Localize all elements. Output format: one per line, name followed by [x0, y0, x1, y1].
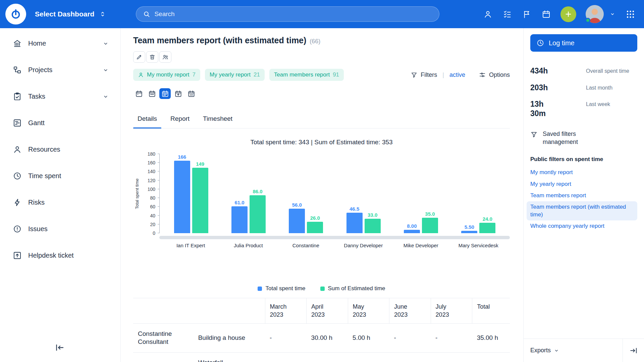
filter-chip-my-montly-report[interactable]: My montly report7	[133, 69, 200, 81]
public-filter-team-members-report-with-estimated-time[interactable]: Team members report (with estimated time…	[527, 201, 637, 220]
period-selector: 365	[133, 88, 510, 99]
calendar-day-icon	[135, 90, 143, 98]
tab-timesheet[interactable]: Timesheet	[199, 109, 237, 128]
y-axis-tick-mark	[158, 233, 160, 233]
edit-button[interactable]	[133, 51, 145, 63]
tab-details[interactable]: Details	[133, 109, 161, 128]
app-logo[interactable]	[5, 4, 26, 24]
sidebar-item-home[interactable]: Home	[0, 30, 120, 57]
app-root: Select Dashboard + HomeProjectsTasksGant…	[0, 0, 644, 362]
public-filter-whole-company-yearly-report[interactable]: Whole company yearly report	[527, 220, 608, 232]
main-content: Team members report (with estimated time…	[121, 28, 523, 362]
notifications-flag-button[interactable]	[522, 9, 532, 19]
sidebar-collapse-button[interactable]	[55, 342, 66, 354]
legend-item-sum-of-estimated-time[interactable]: Sum of Estimated time	[320, 285, 385, 292]
saved-filters-label: Saved filters management	[543, 130, 600, 146]
log-time-button[interactable]: Log time	[530, 34, 637, 52]
bar-group-mike-developer: 8.0035.0	[404, 154, 438, 233]
bar-constantine-total-spent-time[interactable]	[289, 209, 305, 233]
calendar-add-button[interactable]	[172, 88, 184, 99]
bar-wrap: 8.00	[404, 154, 420, 233]
options-button[interactable]: Options	[479, 71, 510, 79]
bar-julia-product-sum-of-estimated-time[interactable]	[250, 195, 266, 233]
sidebar-item-gantt[interactable]: Gantt	[0, 110, 120, 136]
profile-button[interactable]	[483, 9, 493, 19]
dashboard-selector[interactable]: Select Dashboard	[35, 10, 106, 18]
y-axis-tick-mark	[158, 206, 160, 207]
bar-chart: Total spent time 16614961.086.056.026.04…	[133, 154, 510, 248]
cell-user: Constantine Consultant	[133, 323, 194, 352]
y-axis-tick-mark	[158, 162, 160, 163]
right-panel-footer: Exports	[524, 339, 644, 362]
legend-item-total-spent-time[interactable]: Total spent time	[258, 285, 305, 292]
filter-chip-team-members-report[interactable]: Team members report91	[269, 69, 344, 81]
bar-group-ian-it-expert: 166149	[174, 154, 208, 233]
sidebar-item-tasks[interactable]: Tasks	[0, 83, 120, 110]
bar-value-label: 166	[178, 154, 186, 160]
x-axis-label: Mike Developer	[392, 243, 450, 248]
sidebar-item-label: Issues	[28, 225, 48, 233]
bar-mike-developer-total-spent-time[interactable]	[404, 230, 420, 233]
bar-value-label: 8.00	[407, 223, 417, 229]
calendar-month-button[interactable]	[159, 88, 171, 99]
public-filter-my-montly-report[interactable]: My montly report	[527, 167, 577, 178]
saved-filters-management[interactable]: Saved filters management	[530, 130, 600, 146]
bar-danny-developer-total-spent-time[interactable]	[346, 213, 363, 233]
cell-project: Waterfall -	[194, 352, 265, 362]
bar-danny-developer-sum-of-estimated-time[interactable]	[365, 219, 381, 233]
bar-mike-developer-sum-of-estimated-time[interactable]	[422, 218, 438, 233]
search-bar[interactable]	[136, 6, 439, 22]
quick-add-button[interactable]: +	[560, 6, 576, 22]
expand-panel-button[interactable]	[623, 339, 644, 362]
stat-label: Last week	[586, 100, 637, 108]
sidebar-item-time-spent[interactable]: Time spent	[0, 163, 120, 189]
delete-button[interactable]	[146, 51, 158, 63]
apps-grid-icon	[626, 10, 635, 19]
sidebar-item-risks[interactable]: Risks	[0, 189, 120, 216]
public-filter-my-yearly-report[interactable]: My yearly report	[527, 178, 575, 190]
bar-ian-it-expert-sum-of-estimated-time[interactable]	[192, 168, 208, 233]
sidebar-item-label: Tasks	[28, 93, 45, 100]
bar-constantine-sum-of-estimated-time[interactable]	[307, 222, 323, 233]
bar-group-constantine: 56.026.0	[289, 154, 323, 233]
bar-julia-product-total-spent-time[interactable]	[231, 206, 248, 233]
chart-summary: Total spent time: 343 | Sum of Estimated…	[133, 139, 510, 146]
chevron-down-icon	[553, 348, 559, 354]
public-filter-team-members-report[interactable]: Team members report	[527, 190, 590, 201]
report-table: March 2023April 2023May 2023June 2023Jul…	[133, 298, 510, 362]
tab-report[interactable]: Report	[166, 109, 194, 128]
bar-mary-servicedesk-sum-of-estimated-time[interactable]	[479, 223, 495, 233]
bar-mary-servicedesk-total-spent-time[interactable]	[461, 231, 477, 233]
stat-row: 203hLast month	[530, 83, 637, 93]
th-user	[133, 298, 194, 324]
filters-button[interactable]: Filters	[411, 71, 437, 79]
exports-button[interactable]: Exports	[530, 347, 559, 354]
bar-value-label: 33.0	[368, 212, 377, 218]
sidebar-item-resources[interactable]: Resources	[0, 136, 120, 163]
options-label: Options	[489, 71, 510, 79]
bar-value-label: 24.0	[483, 216, 492, 222]
active-filter-link[interactable]: active	[449, 71, 465, 79]
sidebar-item-helpdesk-ticket[interactable]: Helpdesk ticket	[0, 242, 120, 269]
calendar-day-button[interactable]	[133, 88, 145, 99]
sidebar-item-label: Risks	[28, 199, 45, 206]
chart-scrollbar[interactable]	[159, 236, 510, 239]
avatar-menu-button[interactable]	[609, 9, 616, 19]
search-input[interactable]	[154, 10, 432, 18]
bar-ian-it-expert-total-spent-time[interactable]	[174, 161, 190, 233]
record-count: (66)	[310, 38, 320, 45]
calendar-week-button[interactable]	[146, 88, 158, 99]
filter-chip-my-yearly-report[interactable]: My yearly report21	[205, 69, 265, 81]
assign-users-button[interactable]	[159, 51, 171, 63]
my-tasks-button[interactable]	[502, 9, 512, 19]
calendar-year-button[interactable]: 365	[185, 88, 197, 99]
user-avatar[interactable]	[586, 5, 604, 23]
y-axis-tick-mark	[158, 189, 160, 189]
cell-value	[389, 352, 431, 362]
sidebar: HomeProjectsTasksGanttResourcesTime spen…	[0, 28, 121, 362]
column-header-april-2023: April 2023	[307, 298, 348, 324]
sidebar-item-projects[interactable]: Projects	[0, 57, 120, 83]
apps-menu-button[interactable]	[625, 9, 635, 19]
calendar-button[interactable]	[541, 9, 551, 19]
sidebar-item-issues[interactable]: Issues	[0, 216, 120, 242]
